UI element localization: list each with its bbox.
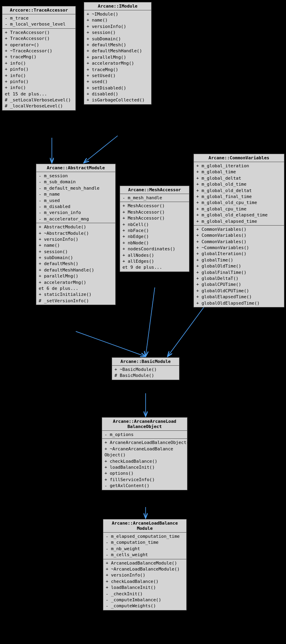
svg-line-3 xyxy=(146,287,155,357)
svg-line-2 xyxy=(76,331,146,357)
mesh-accessor-box: Arcane::MeshAccessor - m_mesh_handle + M… xyxy=(120,186,189,272)
trace-accessor-box: Arccore::TraceAccessor - m_trace - m_loc… xyxy=(2,6,76,111)
arcane-load-balance-module-methods: + ArcaneLoadBalanceModule() + ~ArcaneLoa… xyxy=(103,559,186,610)
abstract-module-methods: + AbstractModule() + ~AbstractModule() +… xyxy=(36,223,115,305)
trace-accessor-fields: - m_trace - m_local_verbose_level xyxy=(2,14,75,29)
common-variables-fields: + m_global_iteration + m_global_time + m… xyxy=(194,162,284,226)
trace-accessor-title: Arccore::TraceAccessor xyxy=(2,6,75,14)
arcane-load-balance-object-methods: + ArcaneArcaneLoadBalanceObject() + ~Arc… xyxy=(102,439,187,489)
arcane-load-balance-object-fields: - m_options xyxy=(102,431,187,439)
basic-module-methods: + ~BasicModule() # BasicModule() xyxy=(112,366,179,380)
basic-module-title: Arcane::BasicModule xyxy=(112,358,179,366)
svg-line-1 xyxy=(84,136,118,163)
common-variables-methods: + CommonVariables() + CommonVariables() … xyxy=(194,226,284,307)
imodule-box: Arcane::IModule + ~IModule() + name() + … xyxy=(84,2,152,105)
imodule-title: Arcane::IModule xyxy=(84,2,151,10)
arcane-load-balance-module-title: Arcane::ArcaneLoadBalanceModule xyxy=(103,519,186,533)
trace-accessor-methods: + TraceAccessor() + TraceAccessor() + op… xyxy=(2,29,75,110)
abstract-module-fields: - m_session - m_sub_domain - m_default_m… xyxy=(36,172,115,223)
arcane-load-balance-module-box: Arcane::ArcaneLoadBalanceModule - m_elap… xyxy=(103,519,187,610)
imodule-methods: + ~IModule() + name() + versionInfo() + … xyxy=(84,10,151,104)
abstract-module-box: Arcane::AbstractModule - m_session - m_s… xyxy=(36,164,116,305)
arcane-load-balance-module-fields: - m_elapsed_computation_time - m_computa… xyxy=(103,533,186,559)
arcane-load-balance-object-title: Arcane::ArcaneArcaneLoadBalanceObject xyxy=(102,418,187,431)
basic-module-box: Arcane::BasicModule + ~BasicModule() # B… xyxy=(112,357,179,380)
common-variables-box: Arcane::CommonVariables + m_global_itera… xyxy=(193,154,284,307)
mesh-accessor-title: Arcane::MeshAccessor xyxy=(120,186,189,194)
mesh-accessor-methods: + MeshAccessor() + MeshAccessor() + Mesh… xyxy=(120,202,189,271)
abstract-module-title: Arcane::AbstractModule xyxy=(36,164,115,172)
common-variables-title: Arcane::CommonVariables xyxy=(194,154,284,162)
mesh-accessor-fields: - m_mesh_handle xyxy=(120,194,189,202)
arcane-load-balance-object-box: Arcane::ArcaneArcaneLoadBalanceObject - … xyxy=(102,417,187,490)
